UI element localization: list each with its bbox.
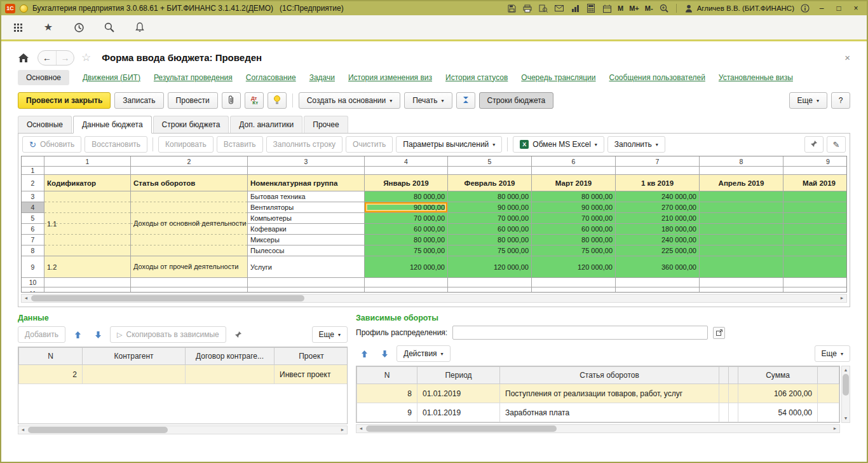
fill-button[interactable]: Заполнить▾: [607, 136, 665, 153]
column-header-period[interactable]: Период: [417, 367, 500, 384]
cell[interactable]: [700, 224, 783, 235]
favorite-toggle-icon[interactable]: ☆: [81, 51, 91, 64]
sheet-corner[interactable]: [22, 156, 44, 167]
cell[interactable]: [532, 287, 616, 293]
cell[interactable]: [700, 191, 783, 202]
vertical-scrollbar[interactable]: ▲ ▼: [841, 366, 850, 423]
move-up-button[interactable]: [69, 327, 86, 342]
cell[interactable]: [448, 167, 532, 175]
post-and-close-button[interactable]: Провести и закрыть: [18, 92, 111, 109]
cell[interactable]: 80 000,00: [448, 191, 532, 202]
cell-empty[interactable]: [818, 384, 839, 403]
cell[interactable]: [700, 287, 783, 293]
dtkt-postings-button[interactable]: ДтКт: [245, 92, 264, 109]
cell[interactable]: [700, 245, 783, 256]
cell[interactable]: [448, 278, 532, 287]
cell-article[interactable]: Заработная плата: [500, 403, 719, 422]
excel-exchange-button[interactable]: XОбмен MS Excel▾: [513, 136, 604, 153]
cell-period[interactable]: 01.01.2019: [417, 384, 500, 403]
cell[interactable]: Услуги: [248, 256, 365, 278]
pin-button[interactable]: [804, 136, 824, 153]
profile-input[interactable]: [452, 326, 708, 340]
scroll-left-arrow[interactable]: ◄: [356, 425, 365, 432]
column-header-sum[interactable]: Сумма: [738, 367, 818, 384]
attachment-button[interactable]: [222, 92, 241, 109]
header-january[interactable]: Январь 2019: [365, 175, 448, 191]
scrollbar-thumb[interactable]: [366, 425, 557, 432]
cell[interactable]: [616, 167, 700, 175]
zoom-icon[interactable]: [659, 3, 669, 13]
row-number[interactable]: 2: [22, 175, 44, 191]
move-up-button[interactable]: [356, 346, 372, 361]
cell[interactable]: 120 000,00: [448, 256, 532, 278]
cell[interactable]: [783, 202, 847, 213]
cell[interactable]: [532, 278, 616, 287]
help-button[interactable]: ?: [831, 92, 850, 109]
cell-sum[interactable]: 54 000,00: [738, 403, 818, 422]
add-button[interactable]: Добавить: [18, 326, 65, 343]
pin-button[interactable]: [230, 327, 247, 342]
cell[interactable]: [448, 287, 532, 293]
cell[interactable]: [783, 278, 847, 287]
cell[interactable]: [783, 213, 847, 224]
cell-n[interactable]: 8: [357, 384, 417, 403]
move-down-button[interactable]: [90, 327, 106, 342]
cell-period[interactable]: 01.01.2019: [417, 403, 500, 422]
cell[interactable]: Компьютеры: [248, 213, 365, 224]
column-header-project[interactable]: Проект: [275, 348, 348, 365]
cell[interactable]: 270 000,00: [616, 202, 700, 213]
search-icon[interactable]: [103, 21, 116, 34]
scrollbar-thumb[interactable]: [843, 374, 849, 396]
cell[interactable]: [700, 278, 783, 287]
cell[interactable]: 120 000,00: [365, 256, 448, 278]
edit-button[interactable]: ✎: [827, 136, 846, 153]
col-number[interactable]: 9: [783, 156, 847, 167]
print-icon[interactable]: [522, 3, 532, 13]
history-icon[interactable]: [72, 21, 85, 34]
cell[interactable]: [44, 278, 131, 287]
cell[interactable]: 80 000,00: [365, 191, 448, 202]
hint-button[interactable]: [268, 92, 287, 109]
header-april[interactable]: Апрель 2019: [700, 175, 783, 191]
cell[interactable]: [365, 287, 448, 293]
cell-contract[interactable]: [186, 365, 275, 384]
row-number-current[interactable]: 4: [22, 202, 44, 213]
tab-prochee[interactable]: Прочее: [304, 116, 348, 133]
close-form-icon[interactable]: ×: [844, 52, 850, 63]
scroll-right-arrow[interactable]: ►: [831, 425, 839, 432]
column-header-empty[interactable]: [729, 367, 738, 384]
link-posting-result[interactable]: Результат проведения: [154, 73, 233, 82]
window-minimize-button[interactable]: –: [816, 3, 827, 14]
paste-button[interactable]: Вставить: [217, 136, 263, 153]
cell-empty[interactable]: [729, 384, 738, 403]
cell-n[interactable]: 2: [19, 365, 83, 384]
cell[interactable]: [131, 167, 248, 175]
cell-contractor[interactable]: [83, 365, 186, 384]
row-number[interactable]: 8: [22, 245, 44, 256]
print-button[interactable]: Печать▾: [404, 92, 452, 109]
column-header-n[interactable]: N: [357, 367, 417, 384]
header-q1[interactable]: 1 кв 2019: [616, 175, 700, 191]
scroll-right-arrow[interactable]: ►: [338, 426, 347, 434]
cell-article-main-income[interactable]: Доходы от основной деятельности: [131, 191, 248, 256]
cell[interactable]: 80 000,00: [532, 191, 616, 202]
cell[interactable]: [365, 167, 448, 175]
copy-to-dependent-button[interactable]: ▷Скопировать в зависимые: [110, 326, 226, 343]
row-number[interactable]: 1: [22, 167, 44, 175]
home-icon[interactable]: [15, 50, 32, 66]
budget-rows-button[interactable]: Строки бюджета: [479, 92, 554, 109]
col-number[interactable]: 1: [44, 156, 131, 167]
link-movements[interactable]: Движения (БИТ): [83, 73, 140, 82]
row-number[interactable]: 6: [22, 224, 44, 235]
print-preview-icon[interactable]: [538, 3, 548, 13]
clear-button[interactable]: Очистить: [346, 136, 393, 153]
cell[interactable]: [700, 213, 783, 224]
horizontal-scrollbar[interactable]: ◄ ►: [356, 424, 840, 433]
table-row[interactable]: 2 Инвест проект: [19, 365, 348, 384]
memory-m-minus-button[interactable]: M-: [645, 4, 653, 12]
write-button[interactable]: Записать: [114, 92, 163, 109]
cell-empty[interactable]: [719, 403, 729, 422]
cell[interactable]: [616, 287, 700, 293]
cell-sum[interactable]: 106 200,00: [738, 384, 818, 403]
fill-row-button[interactable]: Заполнить строку: [266, 136, 342, 153]
